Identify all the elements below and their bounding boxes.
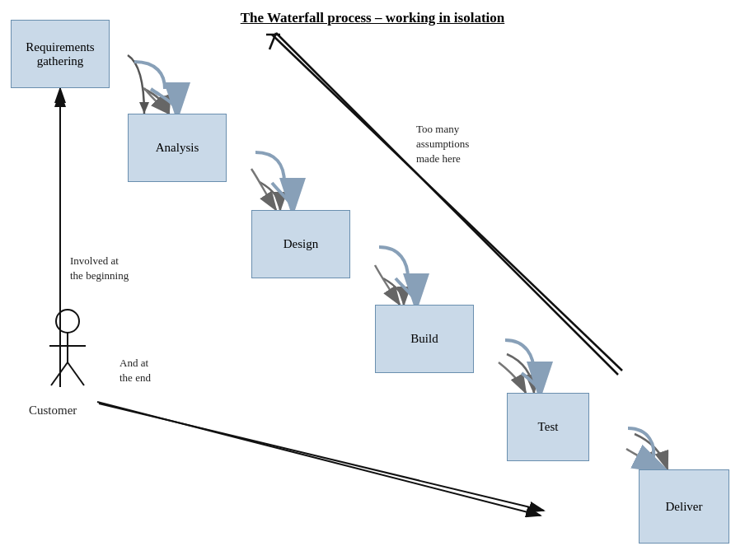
build-box: Build <box>375 305 474 373</box>
customer-label: Customer <box>29 404 77 418</box>
svg-marker-2 <box>139 102 149 114</box>
and-end-label: And atthe end <box>119 356 151 385</box>
requirements-box: Requirements gathering <box>11 20 110 88</box>
too-many-label: Too manyassumptionsmade here <box>416 122 469 167</box>
diagram-canvas: The Waterfall process – working in isola… <box>0 0 745 560</box>
involved-beginning-label: Involved atthe beginning <box>70 254 129 283</box>
svg-line-4 <box>99 404 544 511</box>
deliver-box: Deliver <box>639 469 729 544</box>
svg-line-1 <box>269 33 276 49</box>
analysis-box: Analysis <box>128 114 227 182</box>
test-box: Test <box>507 393 589 461</box>
design-box: Design <box>251 210 350 278</box>
